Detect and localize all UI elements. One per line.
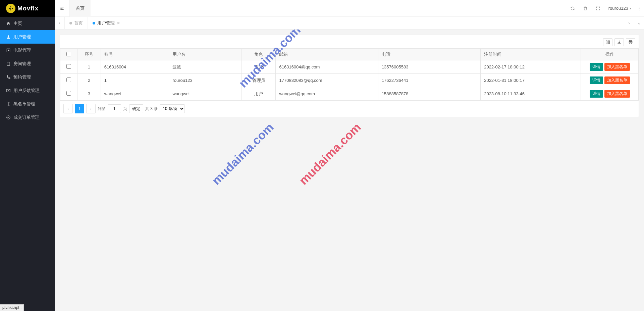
cell-role: 用户 [241,87,276,101]
cell-seq: 2 [77,74,101,87]
menu-collapse-icon [60,6,64,11]
svg-point-6 [8,35,9,37]
cell-seq: 1 [77,60,101,74]
blacklist-button[interactable]: 加入黑名单 [604,76,630,84]
fullscreen-button[interactable] [592,0,604,17]
page-prev-button[interactable]: ‹ [63,104,73,113]
user-menu[interactable]: rourou123 ▾ [604,0,634,17]
cell-email: wangwei@qq.com [276,87,378,101]
cell-username: rourou123 [169,74,241,87]
col-header-op: 操作 [581,49,639,60]
sidebar-item-home[interactable]: 主页 [0,17,55,30]
tab-home[interactable]: 首页 [65,17,88,30]
nav: 主页 用户管理 电影管理 房间管理 预约管理 用户反馈管理 [0,17,55,124]
tab-scroll-left[interactable]: ‹ [55,17,65,30]
sidebar-item-order-mgmt[interactable]: 成交订单管理 [0,111,55,124]
chevron-right-icon: › [628,20,630,25]
more-button[interactable]: ⋮ [634,6,644,11]
detail-button[interactable]: 详情 [590,90,603,98]
goto-label-suffix: 页 [123,106,127,112]
page-number-1[interactable]: 1 [75,104,84,113]
sidebar-item-label: 用户反馈管理 [13,88,40,94]
svg-point-12 [7,116,10,119]
cell-op: 详情加入黑名单 [581,60,639,74]
refresh-button[interactable] [566,0,579,17]
svg-point-11 [8,103,9,105]
row-checkbox[interactable] [66,77,71,82]
row-checkbox[interactable] [66,64,71,69]
print-button[interactable] [626,38,635,46]
content: 序号 账号 用户名 角色 邮箱 电话 注册时间 操作 1616316004波波用… [55,30,644,311]
gear-icon [6,102,11,106]
more-vertical-icon: ⋮ [637,6,641,11]
export-icon [617,40,622,45]
columns-icon [605,40,610,45]
sidebar-item-booking-mgmt[interactable]: 预约管理 [0,70,55,84]
svg-rect-14 [608,41,610,44]
cell-regtime: 2022-02-17 18:00:12 [481,60,581,74]
header-tab-home[interactable]: 首页 [70,0,91,17]
goto-confirm-button[interactable]: 确定 [129,104,143,113]
sidebar: Movflx 主页 用户管理 电影管理 房间管理 预约管理 [0,0,55,311]
sidebar-item-feedback-mgmt[interactable]: 用户反馈管理 [0,84,55,97]
columns-button[interactable] [603,38,612,46]
svg-point-1 [10,6,11,7]
tab-user-mgmt[interactable]: 用户管理 ✕ [88,17,125,30]
table-row: 21rourou123管理员1770832083@qq.com176227364… [60,74,639,87]
print-icon [628,40,633,45]
sidebar-item-label: 电影管理 [13,47,31,53]
blacklist-button[interactable]: 加入黑名单 [604,63,630,71]
sidebar-collapse-button[interactable] [55,0,70,17]
delete-button[interactable] [579,0,592,17]
table-row: 3wangweiwangwei用户wangwei@qq.com158885878… [60,87,639,101]
main: 首页 rourou123 ▾ ⋮ [55,0,644,311]
logo[interactable]: Movflx [0,0,55,17]
tab-scroll-right[interactable]: › [624,17,634,30]
sidebar-item-user-mgmt[interactable]: 用户管理 [0,30,55,44]
pagesize-select[interactable]: 10 条/页 [160,104,185,113]
export-button[interactable] [614,38,624,46]
user-icon [6,35,11,39]
total-label: 共 3 条 [145,106,158,112]
cell-op: 详情加入黑名单 [581,74,639,87]
col-header-phone: 电话 [378,49,480,60]
svg-marker-8 [8,50,9,51]
tab-dot-icon [93,22,95,24]
goto-page-input[interactable] [108,104,121,113]
watermark: mudaima.com [209,120,277,188]
sidebar-item-blacklist-mgmt[interactable]: 黑名单管理 [0,97,55,111]
svg-rect-9 [7,62,10,65]
header: 首页 rourou123 ▾ ⋮ [55,0,644,17]
col-header-username: 用户名 [169,49,241,60]
row-checkbox[interactable] [66,91,71,96]
expand-icon [596,6,600,11]
check-circle-icon [6,115,11,120]
sidebar-item-movie-mgmt[interactable]: 电影管理 [0,44,55,57]
caret-down-icon: ▾ [630,6,631,10]
cell-email: 616316004@qq.com [276,60,378,74]
pagination: ‹ 1 › 到第 页 确定 共 3 条 10 条/页 [60,101,639,117]
svg-point-2 [12,8,13,9]
page-next-button[interactable]: › [86,104,96,113]
tab-close-icon[interactable]: ✕ [117,21,120,25]
logo-text: Movflx [17,5,39,12]
cell-account: 1 [101,74,169,87]
goto-label-prefix: 到第 [98,106,106,112]
detail-button[interactable]: 详情 [590,76,603,84]
username-label: rourou123 [608,6,628,11]
select-all-checkbox[interactable] [66,52,71,56]
movie-icon [6,48,11,53]
detail-button[interactable]: 详情 [590,63,603,71]
tab-dropdown[interactable]: ⌄ [634,17,644,30]
cell-seq: 3 [77,87,101,101]
cell-email: 1770832083@qq.com [276,74,378,87]
col-header-regtime: 注册时间 [481,49,581,60]
svg-point-5 [10,8,11,9]
cell-regtime: 2022-01-31 18:00:17 [481,74,581,87]
sidebar-item-room-mgmt[interactable]: 房间管理 [0,57,55,70]
phone-icon [6,75,11,80]
tab-label: 用户管理 [97,20,115,26]
blacklist-button[interactable]: 加入黑名单 [604,90,630,98]
cell-username: 波波 [169,60,241,74]
statusbar: javascript:; [0,304,24,311]
